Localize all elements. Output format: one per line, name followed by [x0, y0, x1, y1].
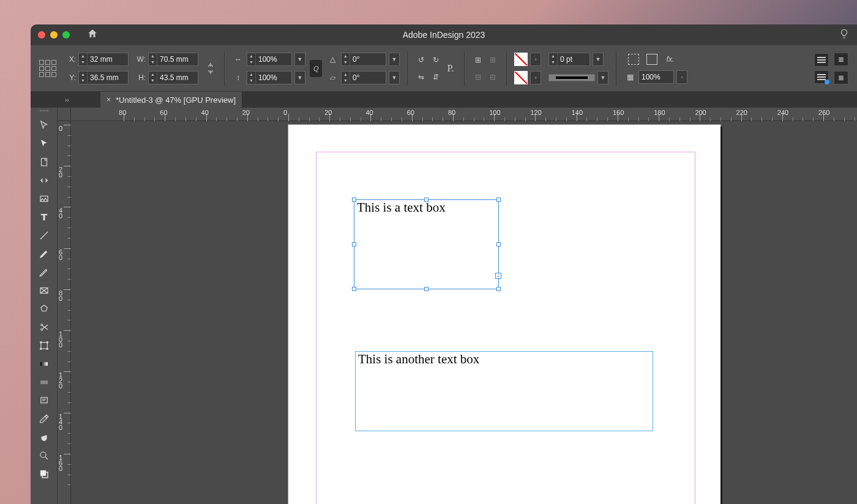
- stroke-weight-dropdown[interactable]: ▼: [593, 53, 604, 66]
- svg-rect-14: [40, 470, 46, 476]
- hand-tool-icon[interactable]: [32, 428, 56, 447]
- scissors-tool-icon[interactable]: [32, 318, 56, 336]
- horizontal-ruler[interactable]: 8060402002040608010012014016018020022024…: [58, 108, 857, 121]
- polygon-tool-icon[interactable]: [32, 300, 56, 318]
- align-selection-icon[interactable]: ⊞: [472, 54, 484, 66]
- fill-swatch[interactable]: [514, 53, 528, 66]
- svg-rect-0: [41, 158, 47, 166]
- vertical-ruler[interactable]: 020406080100120140160: [58, 121, 71, 504]
- stroke-swatch[interactable]: [514, 71, 528, 84]
- gradient-tool-icon[interactable]: [32, 355, 56, 373]
- stroke-weight-input[interactable]: ▲▼ 0 pt: [548, 53, 590, 66]
- handle-bottom-right[interactable]: [496, 287, 501, 291]
- svg-point-8: [40, 348, 41, 349]
- rotate-input[interactable]: ▲▼ 0°: [341, 53, 386, 66]
- document-tab[interactable]: × *Untitled-3 @ 47% [GPU Preview]: [100, 92, 242, 108]
- app-window: Adobe InDesign 2023 X: ▲▼ 32 mm W: ▲▼ 70…: [31, 24, 857, 504]
- home-icon[interactable]: [87, 28, 98, 42]
- paragraph-panel-icon[interactable]: [814, 53, 829, 67]
- ruler-h-label: 260: [818, 109, 829, 116]
- handle-bottom-left[interactable]: [352, 287, 356, 291]
- fill-dropdown[interactable]: ›: [530, 53, 541, 66]
- ruler-h-label: 240: [777, 109, 788, 116]
- text-frame-selected[interactable]: This is a text box: [354, 199, 499, 289]
- reference-point-grid[interactable]: [39, 60, 56, 77]
- w-input[interactable]: ▲▼ 70.5 mm: [148, 53, 198, 66]
- constrain-link-icon[interactable]: [204, 62, 217, 75]
- scale-y-input[interactable]: ▲▼ 100%: [247, 71, 292, 84]
- svg-point-6: [40, 342, 41, 343]
- stroke-style-dropdown[interactable]: ▼: [597, 71, 608, 84]
- distribute-h-icon[interactable]: ⊟: [472, 71, 484, 83]
- minimize-window-button[interactable]: [50, 31, 58, 39]
- pen-tool-icon[interactable]: [32, 245, 56, 263]
- ruler-v-label: 20: [59, 167, 62, 178]
- handle-top-right[interactable]: [496, 198, 501, 202]
- tab-label: *Untitled-3 @ 47% [GPU Preview]: [116, 95, 236, 105]
- panel-menu-b-icon[interactable]: ≣: [834, 71, 848, 84]
- flip-v-icon[interactable]: ⇵: [430, 71, 442, 83]
- shear-input[interactable]: ▲▼ 0°: [341, 71, 386, 84]
- scale-x-input[interactable]: ▲▼ 100%: [247, 53, 292, 66]
- link-attachment-icon[interactable]: 𝘘: [310, 60, 322, 77]
- gap-tool-icon[interactable]: [32, 171, 56, 190]
- ruler-h-label: 60: [407, 109, 414, 116]
- handle-bottom-mid[interactable]: [424, 287, 428, 291]
- x-input[interactable]: ▲▼ 32 mm: [78, 53, 129, 66]
- text-frame-content: This is a text box: [357, 200, 446, 215]
- rotate-dropdown[interactable]: ▼: [389, 53, 400, 66]
- content-collector-tool-icon[interactable]: [32, 190, 56, 208]
- eyedropper-tool-icon[interactable]: [32, 410, 56, 428]
- text-frame-2[interactable]: This is another text box: [355, 351, 653, 431]
- line-tool-icon[interactable]: [32, 226, 56, 245]
- page-tool-icon[interactable]: [32, 153, 56, 171]
- flip-h-icon[interactable]: ⇋: [415, 71, 427, 83]
- opacity-input[interactable]: 100%: [638, 70, 674, 84]
- h-input[interactable]: ▲▼ 43.5 mm: [148, 71, 198, 84]
- selection-tool-icon[interactable]: [32, 116, 56, 135]
- stroke-style-swatch[interactable]: [548, 74, 595, 81]
- zoom-window-button[interactable]: [62, 31, 70, 39]
- handle-top-left[interactable]: [352, 198, 356, 202]
- zoom-tool-icon[interactable]: [32, 447, 56, 465]
- rotate-cw-icon[interactable]: ↻: [430, 54, 442, 66]
- x-label: X:: [65, 55, 76, 64]
- gradient-feather-tool-icon[interactable]: [32, 373, 56, 391]
- distribute-v-icon[interactable]: ⊟: [487, 71, 499, 83]
- handle-mid-right[interactable]: [496, 242, 501, 246]
- page: This is a text box This is another text …: [288, 125, 720, 504]
- pencil-tool-icon[interactable]: [32, 263, 56, 281]
- scale-y-dropdown[interactable]: ▼: [294, 71, 305, 84]
- free-transform-tool-icon[interactable]: [32, 336, 56, 355]
- titlebar: Adobe InDesign 2023: [31, 24, 857, 45]
- close-window-button[interactable]: [38, 31, 45, 39]
- panel-menu-a-icon[interactable]: ≣: [834, 53, 848, 66]
- rotate-ccw-icon[interactable]: ↺: [415, 54, 427, 66]
- frame-fit-icon[interactable]: [646, 53, 658, 65]
- rectangle-frame-tool-icon[interactable]: [32, 281, 56, 300]
- canvas-area[interactable]: This is a text box This is another text …: [71, 121, 857, 504]
- discover-icon[interactable]: [839, 28, 850, 42]
- shear-dropdown[interactable]: ▼: [389, 71, 400, 84]
- note-tool-icon[interactable]: [32, 391, 56, 410]
- scale-x-dropdown[interactable]: ▼: [294, 53, 305, 66]
- text-outport-icon[interactable]: [495, 273, 501, 279]
- y-input[interactable]: ▲▼ 36.5 mm: [78, 71, 129, 84]
- svg-point-13: [40, 452, 46, 458]
- window-traffic-lights: [38, 31, 70, 39]
- tab-close-icon[interactable]: ×: [107, 95, 111, 104]
- direct-selection-tool-icon[interactable]: [32, 135, 56, 153]
- corner-options-icon[interactable]: [627, 53, 640, 65]
- fill-stroke-toggle-icon[interactable]: [32, 465, 56, 483]
- type-tool-icon[interactable]: [32, 208, 56, 226]
- scale-x-icon: ↔: [232, 53, 244, 65]
- stroke-dropdown[interactable]: ›: [530, 71, 541, 84]
- control-bar: X: ▲▼ 32 mm W: ▲▼ 70.5 mm Y: ▲▼ 36.5 mm: [31, 45, 857, 92]
- opacity-dropdown[interactable]: ›: [676, 70, 687, 84]
- character-panel-icon[interactable]: [814, 70, 829, 84]
- handle-mid-left[interactable]: [352, 242, 356, 246]
- effects-icon[interactable]: fx.: [664, 53, 676, 65]
- align-key-icon[interactable]: ⊞: [487, 54, 499, 66]
- ruler-h-label: 40: [365, 109, 373, 116]
- handle-top-mid[interactable]: [424, 198, 428, 202]
